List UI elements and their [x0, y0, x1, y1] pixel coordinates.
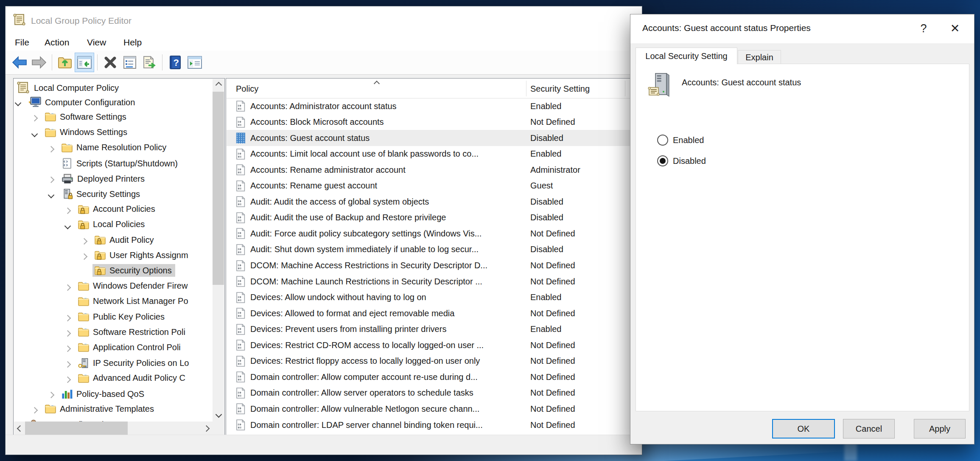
scroll-up-icon[interactable]	[216, 82, 222, 89]
expand-chevron-icon[interactable]	[81, 253, 88, 260]
tree-item-software-restriction-poli[interactable]: Software Restriction Poli	[14, 326, 213, 341]
new-window-button[interactable]	[185, 53, 204, 72]
tree-item-security-settings[interactable]: Security Settings	[14, 187, 213, 202]
expand-chevron-icon[interactable]	[64, 377, 71, 383]
tree-item-security-options[interactable]: Security Options	[14, 264, 213, 279]
policy-row-domain-controller-allow-server-operators-to-schedule-tasks[interactable]: Domain controller: Allow server operator…	[227, 385, 641, 401]
policy-row-accounts-rename-guest-account[interactable]: Accounts: Rename guest accountGuest	[227, 178, 641, 194]
scroll-right-icon[interactable]	[203, 425, 210, 432]
expand-chevron-icon[interactable]	[48, 146, 55, 153]
close-icon[interactable]: ✕	[945, 20, 965, 37]
policy-row-devices-restrict-floppy-access-to-locally-logged-on-user-only[interactable]: Devices: Restrict floppy access to local…	[227, 353, 641, 369]
collapse-chevron-icon[interactable]	[64, 223, 71, 230]
tree-item-audit-policy[interactable]: Audit Policy	[14, 233, 213, 249]
expand-chevron-icon[interactable]	[48, 177, 55, 183]
column-divider[interactable]	[526, 81, 526, 96]
expand-chevron-icon[interactable]	[48, 392, 55, 399]
forward-arrow-button[interactable]	[29, 53, 49, 72]
tree-item-local-computer-policy[interactable]: Local Computer Policy	[14, 80, 213, 95]
tree-item-deployed-printers[interactable]: Deployed Printers	[14, 172, 213, 187]
scroll-down-icon[interactable]	[216, 411, 222, 418]
policy-row-domain-controller-allow-computer-account-re-use-during-d[interactable]: Domain controller: Allow computer accoun…	[227, 369, 641, 385]
policy-row-accounts-rename-administrator-account[interactable]: Accounts: Rename administrator accountAd…	[227, 162, 641, 178]
tree-item-user-rights-assignm[interactable]: User Rights Assignm	[14, 249, 213, 264]
up-folder-button[interactable]	[55, 53, 75, 72]
properties-window-button[interactable]	[120, 53, 140, 72]
tree-item-administrative-templates[interactable]: Administrative Templates	[14, 402, 213, 418]
policy-row-accounts-guest-account-status[interactable]: Accounts: Guest account statusDisabled	[227, 130, 641, 146]
dialog-titlebar[interactable]: Accounts: Guest account status Propertie…	[630, 14, 974, 43]
collapse-chevron-icon[interactable]	[15, 100, 22, 107]
tree-vertical-scrollbar[interactable]	[213, 79, 224, 422]
expand-chevron-icon[interactable]	[31, 407, 38, 414]
expand-chevron-icon[interactable]	[64, 207, 71, 214]
tree-item-computer-configuration[interactable]: Computer Configuration	[14, 95, 213, 110]
expand-chevron-icon[interactable]	[31, 115, 38, 122]
policy-row-accounts-block-microsoft-accounts[interactable]: Accounts: Block Microsoft accountsNot De…	[227, 114, 641, 130]
tree-item-public-key-policies[interactable]: Public Key Policies	[14, 310, 213, 326]
column-divider[interactable]	[625, 81, 625, 96]
tree-item-ip-security-policies-on-lo[interactable]: IP Security Policies on Lo	[14, 357, 213, 372]
policy-row-devices-allow-undock-without-having-to-log-on[interactable]: Devices: Allow undock without having to …	[227, 290, 641, 306]
expand-chevron-icon[interactable]	[64, 330, 71, 337]
scrollbar-thumb[interactable]	[25, 422, 128, 435]
tree-item-user-configuration[interactable]: User Configuration	[14, 418, 213, 422]
expand-chevron-icon[interactable]	[64, 361, 71, 368]
policy-row-devices-allowed-to-format-and-eject-removable-media[interactable]: Devices: Allowed to format and eject rem…	[227, 305, 641, 321]
console-tree-button[interactable]	[75, 53, 94, 72]
policy-row-domain-controller-ldap-server-channel-binding-token-requi[interactable]: Domain controller: LDAP server channel b…	[227, 417, 641, 433]
tree-item-advanced-audit-policy-c[interactable]: Advanced Audit Policy C	[14, 372, 213, 387]
collapse-chevron-icon[interactable]	[48, 192, 55, 199]
expand-chevron-icon[interactable]	[64, 346, 71, 352]
cancel-button[interactable]: Cancel	[843, 419, 895, 439]
tree-item-network-list-manager-po[interactable]: Network List Manager Po	[14, 295, 213, 310]
tree-item-application-control-poli[interactable]: Application Control Poli	[14, 341, 213, 356]
tree-item-account-policies[interactable]: Account Policies	[14, 203, 213, 218]
radio-disabled[interactable]: Disabled	[657, 155, 706, 166]
policy-row-accounts-limit-local-account-use-of-blank-passwords-to-co[interactable]: Accounts: Limit local account use of bla…	[227, 146, 641, 162]
menu-file[interactable]: File	[15, 37, 29, 48]
back-arrow-button[interactable]	[10, 53, 29, 72]
help-book-button[interactable]: ?	[165, 53, 185, 72]
menu-view[interactable]: View	[87, 37, 106, 48]
scrollbar-thumb[interactable]	[213, 92, 224, 285]
tree-item-policy-based-qos[interactable]: Policy-based QoS	[14, 387, 213, 402]
tree-item-windows-defender-firew[interactable]: Windows Defender Firew	[14, 280, 213, 295]
expand-chevron-icon[interactable]	[64, 315, 71, 322]
apply-button[interactable]: Apply	[914, 419, 966, 439]
tree-item-windows-settings[interactable]: Windows Settings	[14, 126, 213, 141]
help-question-icon[interactable]: ?	[914, 20, 933, 37]
tree-item-name-resolution-policy[interactable]: Name Resolution Policy	[14, 141, 213, 157]
policy-row-accounts-administrator-account-status[interactable]: Accounts: Administrator account statusEn…	[227, 98, 641, 114]
export-list-button[interactable]	[140, 53, 159, 72]
policy-row-audit-force-audit-policy-subcategory-settings-windows-vis[interactable]: Audit: Force audit policy subcategory se…	[227, 225, 641, 242]
ok-button[interactable]: OK	[772, 419, 835, 439]
policy-row-dcom-machine-access-restrictions-in-security-descriptor-d[interactable]: DCOM: Machine Access Restrictions in Sec…	[227, 258, 641, 274]
scroll-left-icon[interactable]	[17, 425, 24, 432]
menu-action[interactable]: Action	[45, 37, 69, 48]
collapse-chevron-icon[interactable]	[31, 130, 38, 137]
policy-row-audit-shut-down-system-immediately-if-unable-to-log-secur[interactable]: Audit: Shut down system immediately if u…	[227, 242, 641, 258]
radio-circle-icon[interactable]	[657, 135, 668, 146]
radio-enabled[interactable]: Enabled	[657, 135, 704, 146]
policy-row-devices-restrict-cd-rom-access-to-locally-logged-on-user[interactable]: Devices: Restrict CD-ROM access to local…	[227, 337, 641, 353]
expand-chevron-icon[interactable]	[64, 284, 71, 291]
tree-item-local-policies[interactable]: Local Policies	[14, 218, 213, 233]
tree-item-scripts-startup-shutdown[interactable]: Scripts (Startup/Shutdown)	[14, 157, 213, 172]
tab-local-security-setting[interactable]: Local Security Setting	[636, 48, 737, 64]
column-header-policy[interactable]: Policy	[236, 84, 258, 94]
policy-row-dcom-machine-launch-restrictions-in-security-descriptor[interactable]: DCOM: Machine Launch Restrictions in Sec…	[227, 273, 641, 290]
expand-chevron-icon[interactable]	[81, 238, 88, 245]
policy-row-domain-controller-allow-vulnerable-netlogon-secure-chann[interactable]: Domain controller: Allow vulnerable Netl…	[227, 401, 641, 417]
tree-horizontal-scrollbar[interactable]	[14, 422, 213, 435]
policy-row-audit-audit-the-access-of-global-system-objects[interactable]: Audit: Audit the access of global system…	[227, 194, 641, 210]
delete-x-button[interactable]	[101, 53, 120, 72]
policy-row-devices-prevent-users-from-installing-printer-drivers[interactable]: Devices: Prevent users from installing p…	[227, 321, 641, 337]
policy-row-audit-audit-the-use-of-backup-and-restore-privilege[interactable]: Audit: Audit the use of Backup and Resto…	[227, 210, 641, 226]
menu-help[interactable]: Help	[123, 37, 142, 48]
column-header-security-setting[interactable]: Security Setting	[530, 84, 590, 94]
gpedit-titlebar[interactable]: Local Group Policy Editor	[6, 6, 642, 36]
tab-explain[interactable]: Explain	[738, 50, 781, 64]
radio-circle-checked-icon[interactable]	[657, 155, 668, 166]
tree-item-software-settings[interactable]: Software Settings	[14, 110, 213, 126]
